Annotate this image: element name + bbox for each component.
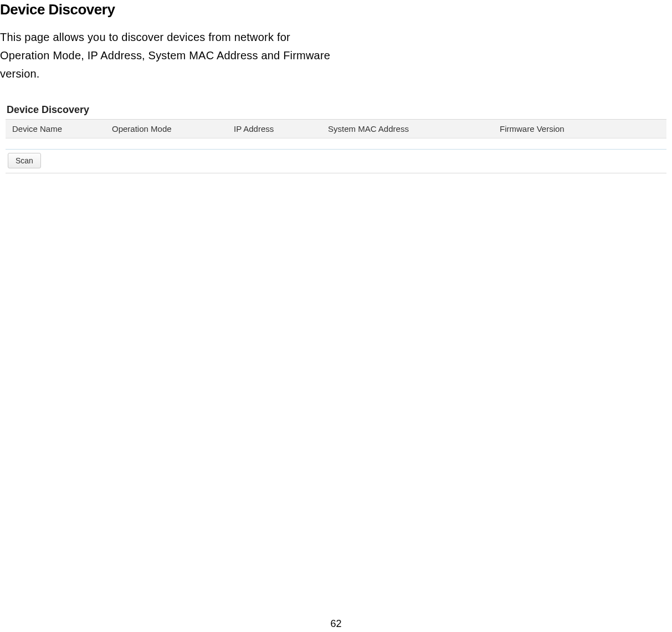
col-firmware: Firmware Version	[493, 120, 666, 138]
scan-button[interactable]: Scan	[8, 153, 41, 168]
col-mac-address: System MAC Address	[321, 120, 493, 138]
page-title: Device Discovery	[0, 0, 672, 18]
page-number: 62	[330, 618, 341, 630]
col-ip-address: IP Address	[227, 120, 321, 138]
scan-row: Scan	[6, 150, 666, 173]
col-operation-mode: Operation Mode	[105, 120, 227, 138]
device-table: Device Name Operation Mode IP Address Sy…	[6, 119, 666, 150]
table-empty-row	[6, 138, 666, 150]
panel-title: Device Discovery	[6, 104, 666, 116]
page-description: This page allows you to discover devices…	[0, 28, 332, 83]
device-discovery-panel: Device Discovery Device Name Operation M…	[0, 99, 672, 173]
col-device-name: Device Name	[6, 120, 105, 138]
table-header-row: Device Name Operation Mode IP Address Sy…	[6, 120, 666, 138]
